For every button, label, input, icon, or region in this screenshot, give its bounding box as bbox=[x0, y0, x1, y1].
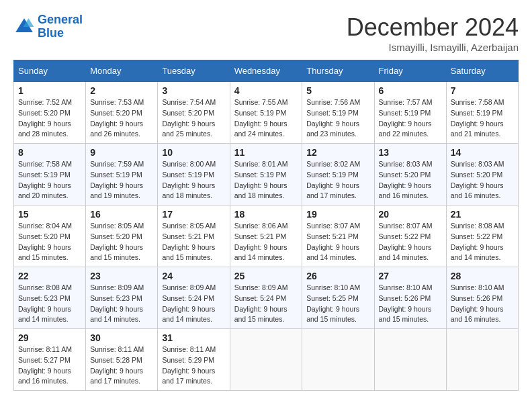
day-info: Sunrise: 8:10 AMSunset: 5:25 PMDaylight:… bbox=[306, 283, 369, 325]
day-number: 7 bbox=[451, 85, 514, 96]
day-info: Sunrise: 8:07 AMSunset: 5:22 PMDaylight:… bbox=[379, 221, 442, 263]
month-title: December 2024 bbox=[347, 13, 519, 42]
day-info: Sunrise: 7:53 AMSunset: 5:20 PMDaylight:… bbox=[90, 97, 153, 140]
weekday-header-tuesday: Tuesday bbox=[158, 60, 230, 82]
day-number: 17 bbox=[162, 209, 225, 220]
day-number: 6 bbox=[379, 85, 442, 96]
weekday-header-sunday: Sunday bbox=[14, 60, 86, 82]
day-number: 30 bbox=[90, 332, 153, 343]
day-info: Sunrise: 7:55 AMSunset: 5:19 PMDaylight:… bbox=[234, 97, 298, 140]
day-number: 13 bbox=[379, 147, 442, 158]
page-header: General Blue December 2024 Ismayilli, Is… bbox=[13, 13, 519, 53]
calendar-week-4: 22 Sunrise: 8:08 AMSunset: 5:23 PMDaylig… bbox=[14, 267, 519, 329]
calendar-cell: 29 Sunrise: 8:11 AMSunset: 5:27 PMDaylig… bbox=[14, 329, 86, 391]
weekday-header-monday: Monday bbox=[86, 60, 158, 82]
calendar-cell: 22 Sunrise: 8:08 AMSunset: 5:23 PMDaylig… bbox=[14, 267, 86, 329]
day-number: 23 bbox=[90, 271, 153, 281]
day-info: Sunrise: 8:08 AMSunset: 5:22 PMDaylight:… bbox=[451, 221, 514, 263]
calendar-cell: 24 Sunrise: 8:09 AMSunset: 5:24 PMDaylig… bbox=[158, 267, 230, 329]
calendar-week-3: 15 Sunrise: 8:04 AMSunset: 5:20 PMDaylig… bbox=[14, 205, 519, 267]
calendar-cell: 2 Sunrise: 7:53 AMSunset: 5:20 PMDayligh… bbox=[86, 82, 158, 144]
day-info: Sunrise: 8:05 AMSunset: 5:20 PMDaylight:… bbox=[90, 221, 153, 263]
logo-icon bbox=[13, 16, 35, 38]
calendar-cell: 14 Sunrise: 8:03 AMSunset: 5:20 PMDaylig… bbox=[446, 144, 518, 205]
day-number: 18 bbox=[234, 209, 298, 220]
day-number: 14 bbox=[451, 147, 514, 158]
day-info: Sunrise: 8:04 AMSunset: 5:20 PMDaylight:… bbox=[18, 221, 81, 263]
day-number: 4 bbox=[234, 85, 298, 96]
day-info: Sunrise: 8:10 AMSunset: 5:26 PMDaylight:… bbox=[451, 283, 514, 325]
day-info: Sunrise: 8:08 AMSunset: 5:23 PMDaylight:… bbox=[18, 283, 81, 325]
day-info: Sunrise: 8:07 AMSunset: 5:21 PMDaylight:… bbox=[306, 221, 369, 263]
day-number: 5 bbox=[306, 85, 369, 96]
calendar-cell: 31 Sunrise: 8:11 AMSunset: 5:29 PMDaylig… bbox=[158, 329, 230, 391]
day-info: Sunrise: 8:11 AMSunset: 5:29 PMDaylight:… bbox=[162, 345, 225, 387]
day-number: 20 bbox=[379, 209, 442, 220]
calendar-table: SundayMondayTuesdayWednesdayThursdayFrid… bbox=[13, 60, 519, 391]
calendar-cell: 30 Sunrise: 8:11 AMSunset: 5:28 PMDaylig… bbox=[86, 329, 158, 391]
day-number: 15 bbox=[18, 209, 81, 220]
day-info: Sunrise: 8:11 AMSunset: 5:27 PMDaylight:… bbox=[18, 345, 81, 387]
day-number: 12 bbox=[306, 147, 369, 158]
day-info: Sunrise: 8:03 AMSunset: 5:20 PMDaylight:… bbox=[379, 159, 442, 201]
calendar-cell bbox=[374, 329, 446, 391]
day-info: Sunrise: 7:58 AMSunset: 5:19 PMDaylight:… bbox=[451, 97, 514, 140]
calendar-cell: 6 Sunrise: 7:57 AMSunset: 5:19 PMDayligh… bbox=[374, 82, 446, 144]
day-number: 8 bbox=[18, 147, 81, 158]
calendar-cell: 16 Sunrise: 8:05 AMSunset: 5:20 PMDaylig… bbox=[86, 205, 158, 267]
day-number: 10 bbox=[162, 147, 225, 158]
day-info: Sunrise: 8:01 AMSunset: 5:19 PMDaylight:… bbox=[234, 159, 298, 201]
calendar-week-5: 29 Sunrise: 8:11 AMSunset: 5:27 PMDaylig… bbox=[14, 329, 519, 391]
day-info: Sunrise: 8:09 AMSunset: 5:24 PMDaylight:… bbox=[162, 283, 225, 325]
logo-text: General Blue bbox=[38, 13, 83, 40]
weekday-header-friday: Friday bbox=[374, 60, 446, 82]
day-number: 22 bbox=[18, 271, 81, 281]
calendar-cell: 9 Sunrise: 7:59 AMSunset: 5:19 PMDayligh… bbox=[86, 144, 158, 205]
day-number: 19 bbox=[306, 209, 369, 220]
calendar-cell: 27 Sunrise: 8:10 AMSunset: 5:26 PMDaylig… bbox=[374, 267, 446, 329]
calendar-cell: 26 Sunrise: 8:10 AMSunset: 5:25 PMDaylig… bbox=[302, 267, 374, 329]
day-number: 3 bbox=[162, 85, 225, 96]
day-number: 31 bbox=[162, 332, 225, 343]
day-info: Sunrise: 8:06 AMSunset: 5:21 PMDaylight:… bbox=[234, 221, 298, 263]
calendar-cell: 12 Sunrise: 8:02 AMSunset: 5:19 PMDaylig… bbox=[302, 144, 374, 205]
day-info: Sunrise: 8:03 AMSunset: 5:20 PMDaylight:… bbox=[451, 159, 514, 201]
calendar-cell: 7 Sunrise: 7:58 AMSunset: 5:19 PMDayligh… bbox=[446, 82, 518, 144]
day-info: Sunrise: 7:57 AMSunset: 5:19 PMDaylight:… bbox=[379, 97, 442, 140]
weekday-header-saturday: Saturday bbox=[446, 60, 518, 82]
day-info: Sunrise: 7:52 AMSunset: 5:20 PMDaylight:… bbox=[18, 97, 81, 140]
calendar-cell: 13 Sunrise: 8:03 AMSunset: 5:20 PMDaylig… bbox=[374, 144, 446, 205]
calendar-week-1: 1 Sunrise: 7:52 AMSunset: 5:20 PMDayligh… bbox=[14, 82, 519, 144]
day-number: 28 bbox=[451, 271, 514, 281]
calendar-cell: 5 Sunrise: 7:56 AMSunset: 5:19 PMDayligh… bbox=[302, 82, 374, 144]
day-info: Sunrise: 8:02 AMSunset: 5:19 PMDaylight:… bbox=[306, 159, 369, 201]
calendar-cell: 1 Sunrise: 7:52 AMSunset: 5:20 PMDayligh… bbox=[14, 82, 86, 144]
day-number: 24 bbox=[162, 271, 225, 281]
day-number: 2 bbox=[90, 85, 153, 96]
weekday-header-wednesday: Wednesday bbox=[230, 60, 302, 82]
day-number: 21 bbox=[451, 209, 514, 220]
calendar-cell: 10 Sunrise: 8:00 AMSunset: 5:19 PMDaylig… bbox=[158, 144, 230, 205]
day-info: Sunrise: 7:56 AMSunset: 5:19 PMDaylight:… bbox=[306, 97, 369, 140]
calendar-cell bbox=[230, 329, 302, 391]
calendar-cell: 11 Sunrise: 8:01 AMSunset: 5:19 PMDaylig… bbox=[230, 144, 302, 205]
calendar-cell: 21 Sunrise: 8:08 AMSunset: 5:22 PMDaylig… bbox=[446, 205, 518, 267]
logo: General Blue bbox=[13, 13, 83, 40]
calendar-cell: 15 Sunrise: 8:04 AMSunset: 5:20 PMDaylig… bbox=[14, 205, 86, 267]
day-number: 29 bbox=[18, 332, 81, 343]
day-info: Sunrise: 7:54 AMSunset: 5:20 PMDaylight:… bbox=[162, 97, 225, 140]
calendar-cell: 8 Sunrise: 7:58 AMSunset: 5:19 PMDayligh… bbox=[14, 144, 86, 205]
day-number: 9 bbox=[90, 147, 153, 158]
weekday-header-thursday: Thursday bbox=[302, 60, 374, 82]
calendar-week-2: 8 Sunrise: 7:58 AMSunset: 5:19 PMDayligh… bbox=[14, 144, 519, 205]
day-number: 25 bbox=[234, 271, 298, 281]
calendar-cell: 3 Sunrise: 7:54 AMSunset: 5:20 PMDayligh… bbox=[158, 82, 230, 144]
day-info: Sunrise: 8:09 AMSunset: 5:24 PMDaylight:… bbox=[234, 283, 298, 325]
day-number: 27 bbox=[379, 271, 442, 281]
calendar-cell: 20 Sunrise: 8:07 AMSunset: 5:22 PMDaylig… bbox=[374, 205, 446, 267]
day-info: Sunrise: 8:09 AMSunset: 5:23 PMDaylight:… bbox=[90, 283, 153, 325]
day-number: 16 bbox=[90, 209, 153, 220]
day-info: Sunrise: 8:00 AMSunset: 5:19 PMDaylight:… bbox=[162, 159, 225, 201]
day-number: 11 bbox=[234, 147, 298, 158]
location: Ismayilli, Ismayilli, Azerbaijan bbox=[347, 42, 519, 53]
